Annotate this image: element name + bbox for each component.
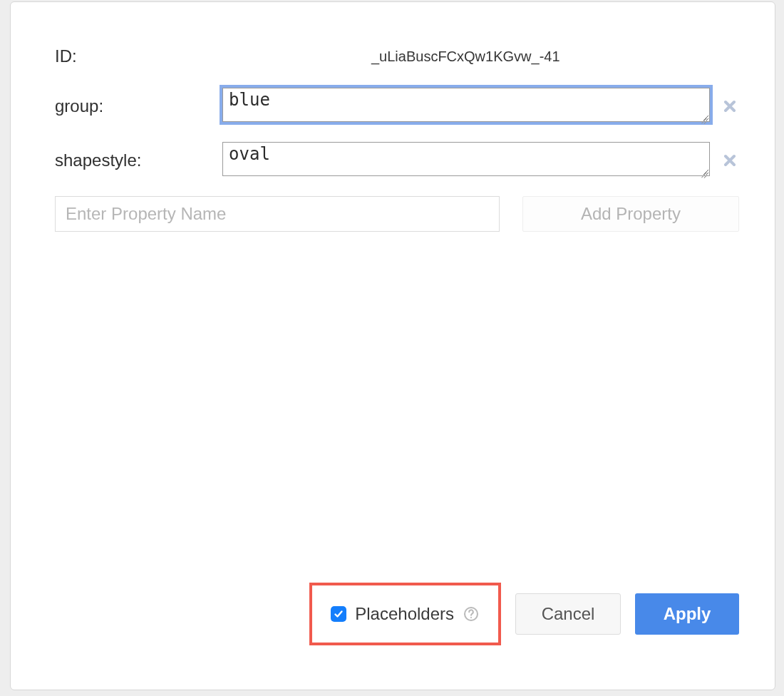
group-label: group: xyxy=(55,96,222,116)
help-icon xyxy=(463,606,479,622)
close-icon xyxy=(723,100,736,113)
group-field-wrap xyxy=(222,88,710,125)
shapestyle-label: shapestyle: xyxy=(55,150,222,170)
shapestyle-row: shapestyle: xyxy=(55,142,739,179)
apply-button[interactable]: Apply xyxy=(635,593,739,635)
add-property-button[interactable]: Add Property xyxy=(522,196,739,232)
group-input[interactable] xyxy=(222,88,710,122)
id-label: ID: xyxy=(55,46,229,66)
new-property-row: Add Property xyxy=(55,196,739,232)
placeholders-checkbox[interactable] xyxy=(331,606,346,622)
svg-point-1 xyxy=(470,617,472,618)
id-row: ID: _uLiaBuscFCxQw1KGvw_-41 xyxy=(55,46,739,66)
properties-dialog: ID: _uLiaBuscFCxQw1KGvw_-41 group: shape… xyxy=(10,1,775,690)
cancel-button[interactable]: Cancel xyxy=(515,593,621,635)
id-value: _uLiaBuscFCxQw1KGvw_-41 xyxy=(229,48,560,65)
placeholders-highlight-box: Placeholders xyxy=(309,583,501,645)
shapestyle-field-wrap xyxy=(222,142,710,179)
dialog-footer: Placeholders Cancel Apply xyxy=(309,583,739,645)
group-row: group: xyxy=(55,88,739,125)
shapestyle-input[interactable] xyxy=(222,142,710,176)
delete-shapestyle-button[interactable] xyxy=(720,150,739,170)
delete-group-button[interactable] xyxy=(720,96,739,116)
placeholders-help-button[interactable] xyxy=(463,605,480,623)
close-icon xyxy=(723,154,736,167)
property-name-input[interactable] xyxy=(55,196,500,232)
check-icon xyxy=(334,609,344,619)
placeholders-label: Placeholders xyxy=(355,604,454,624)
